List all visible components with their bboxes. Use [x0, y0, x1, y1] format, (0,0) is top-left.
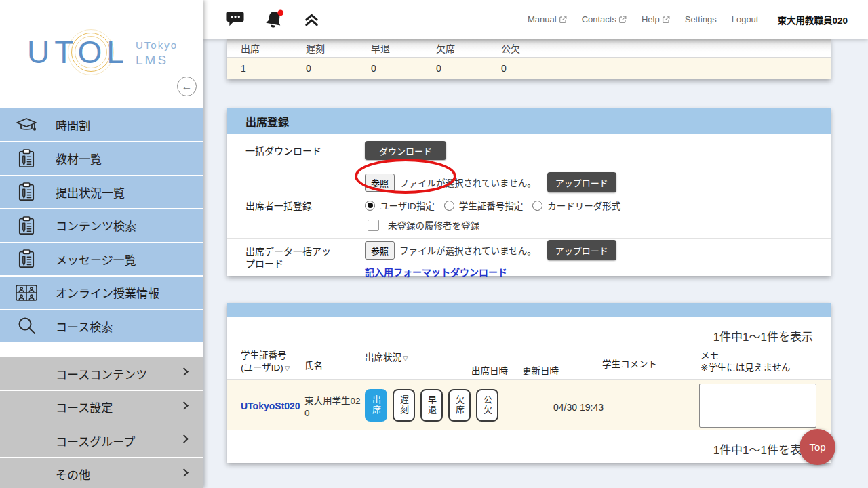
column-header-student-comment: 学生コメント — [602, 359, 657, 371]
nav-link-label: Help — [642, 14, 660, 24]
logo-area: UTOL UTokyo LMS ← — [0, 0, 203, 108]
student-name: 東大用学生020 — [304, 395, 361, 419]
external-link-icon — [559, 16, 567, 24]
clipboard-icon — [14, 148, 39, 169]
bulk-download-row: 一括ダウンロード ダウンロード — [227, 134, 831, 167]
clipboard-icon — [14, 249, 39, 269]
sidebar-item-label: 教材一覧 — [56, 150, 102, 167]
sidebar-item-messages[interactable]: メッセージ一覧 — [0, 243, 203, 275]
nav-link-label: Contacts — [582, 14, 616, 24]
chat-icon[interactable] — [225, 10, 245, 28]
sidebar-item-online-class[interactable]: オンライン授業情報 — [0, 277, 203, 309]
chevron-right-icon — [180, 401, 189, 410]
upload-button[interactable]: アップロード — [547, 240, 616, 260]
collapse-up-icon[interactable] — [304, 12, 319, 27]
scroll-to-top-button[interactable]: Top — [800, 429, 835, 465]
sidebar-collapse-button[interactable]: ← — [177, 77, 197, 96]
file-select-line: 参照 ファイルが選択されていません。 アップロード — [365, 172, 630, 192]
sidebar-item-timetable[interactable]: 時間割 — [0, 108, 203, 141]
chevron-right-icon — [180, 468, 189, 477]
logo-sub-line1: UTokyo — [136, 39, 178, 52]
sidebar-item-label: メッセージ一覧 — [56, 251, 136, 268]
attendance-registration-panel: 出席登録 一括ダウンロード ダウンロード 出席者一括登録 参照 ファイルが選択さ… — [227, 108, 831, 276]
student-id-link[interactable]: UTokyoSt020 — [241, 401, 300, 411]
arrow-left-icon: ← — [182, 81, 193, 92]
sidebar-item-submission-status[interactable]: 提出状況一覧 — [0, 176, 203, 208]
radio-card-reader[interactable]: カードリーダ形式 — [532, 199, 620, 212]
attendee-bulk-label: 出席者一括登録 — [227, 172, 365, 238]
notification-bell-icon[interactable] — [263, 9, 286, 30]
status-button-present[interactable]: 出席 — [365, 389, 387, 422]
nav-logout-link[interactable]: Logout — [732, 14, 759, 24]
memo-input[interactable] — [699, 384, 816, 428]
column-text: (ユーザID) — [241, 363, 283, 373]
status-button-excused-absence[interactable]: 公欠 — [476, 389, 498, 422]
radio-user-id[interactable]: ユーザID指定 — [365, 199, 435, 212]
status-button-early-leave[interactable]: 早退 — [420, 389, 443, 422]
sidebar-item-course-contents[interactable]: コースコンテンツ — [0, 357, 203, 390]
sort-icon[interactable]: ▽ — [285, 365, 290, 372]
table-top-bar — [227, 303, 831, 317]
status-button-late[interactable]: 遅刻 — [393, 389, 415, 422]
sidebar-item-label: コンテンツ検索 — [56, 217, 136, 234]
format-download-link[interactable]: 記入用フォーマットダウンロード — [365, 265, 616, 279]
column-header-student-id[interactable]: 学生証番号 (ユーザID)▽ — [241, 350, 290, 373]
nav-manual-link[interactable]: Manual — [528, 14, 567, 24]
sidebar-item-course-settings[interactable]: コース設定 — [0, 391, 203, 424]
logo-sub-line2: LMS — [136, 52, 178, 68]
sidebar-item-course-group[interactable]: コースグループ — [0, 424, 203, 457]
online-class-icon — [14, 284, 39, 302]
checkbox-icon[interactable] — [368, 220, 379, 231]
table-footer: 1件中1〜1件を表示 — [227, 430, 831, 463]
summary-value-row: 1 0 0 0 0 — [227, 58, 831, 79]
radio-student-card-number[interactable]: 学生証番号指定 — [444, 199, 524, 212]
nav-help-link[interactable]: Help — [642, 14, 670, 24]
sidebar-item-label: コース設定 — [56, 399, 113, 415]
clipboard-icon — [14, 216, 39, 236]
nav-contacts-link[interactable]: Contacts — [582, 14, 627, 24]
nav-settings-link[interactable]: Settings — [685, 14, 717, 24]
external-link-icon — [618, 16, 627, 24]
summary-value: 0 — [436, 63, 501, 74]
sidebar-item-label: コース検索 — [56, 318, 113, 335]
sidebar-item-label: コースコンテンツ — [56, 365, 147, 382]
status-button-absent[interactable]: 欠席 — [448, 389, 471, 422]
sidebar-item-materials[interactable]: 教材一覧 — [0, 142, 203, 175]
students-attendance-table: 1件中1〜1件を表示 学生証番号 (ユーザID)▽ 氏名 出席状況▽ 出席日時 … — [227, 303, 831, 463]
column-text: 学生証番号 — [241, 350, 287, 361]
browse-file-button[interactable]: 参照 — [365, 174, 395, 192]
radio-label: 学生証番号指定 — [459, 199, 524, 212]
sidebar-item-label: オンライン授業情報 — [56, 284, 159, 301]
download-button[interactable]: ダウンロード — [365, 141, 446, 160]
file-select-line: 参照 ファイルが選択されていません。 アップロード — [365, 240, 616, 260]
update-time-value: 04/30 19:43 — [553, 402, 604, 413]
sidebar-main-menu: 時間割 教材一覧 提出状況一覧 コンテンツ検索 — [0, 108, 203, 344]
sidebar-item-label: コースグループ — [56, 432, 135, 449]
summary-col-header: 出席 — [241, 41, 306, 55]
summary-value: 0 — [306, 63, 371, 74]
sidebar-item-label: 時間割 — [56, 117, 90, 134]
radio-icon — [365, 201, 375, 211]
panel-title: 出席登録 — [227, 108, 831, 134]
topbar-nav: Manual Contacts Help Settings Logout 東大用… — [528, 13, 848, 26]
column-text: ※学生には見えません — [701, 363, 790, 373]
browse-file-button[interactable]: 参照 — [365, 241, 395, 260]
sidebar-item-course-search[interactable]: コース検索 — [0, 310, 203, 342]
column-header-status[interactable]: 出席状況▽ — [365, 352, 408, 364]
register-unenrolled-option: 未登録の履修者を登録 — [365, 218, 630, 232]
column-text: メモ — [701, 350, 719, 361]
attendance-status-buttons: 出席 遅刻 早退 欠席 公欠 — [365, 389, 498, 422]
file-status-text: ファイルが選択されていません。 — [399, 243, 536, 257]
sort-icon[interactable]: ▽ — [403, 354, 408, 362]
nav-link-label: Manual — [528, 14, 557, 24]
upload-button[interactable]: アップロード — [547, 172, 616, 192]
summary-col-header: 公欠 — [501, 41, 566, 55]
radio-icon — [532, 201, 542, 211]
sidebar-item-content-search[interactable]: コンテンツ検索 — [0, 209, 203, 242]
sidebar-item-label: 提出状況一覧 — [56, 184, 125, 201]
sidebar-item-others[interactable]: その他 — [0, 458, 203, 488]
attendee-bulk-row: 出席者一括登録 参照 ファイルが選択されていません。 アップロード ユーザID指… — [227, 167, 831, 238]
checkbox-label: 未登録の履修者を登録 — [388, 218, 479, 232]
radio-label: カードリーダ形式 — [547, 199, 620, 212]
summary-value: 0 — [501, 63, 566, 74]
